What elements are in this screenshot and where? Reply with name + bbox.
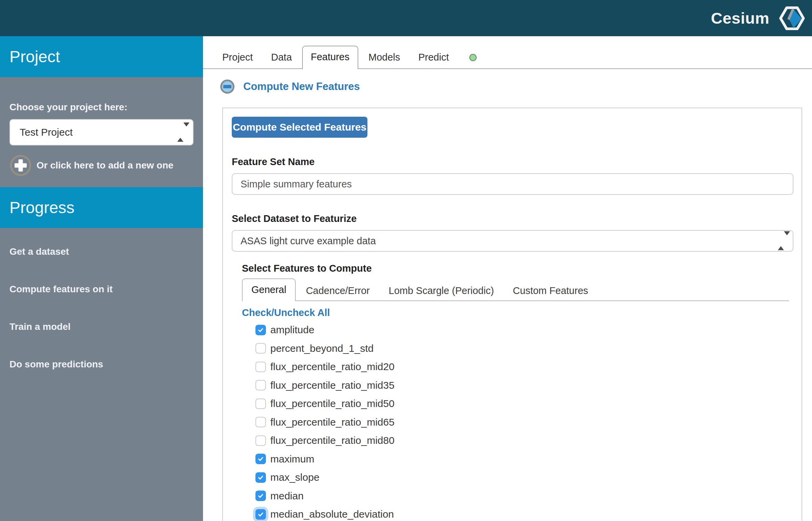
progress-step-list: Get a datasetCompute features on itTrain… xyxy=(9,245,196,395)
feature-checkbox[interactable] xyxy=(255,435,266,446)
main-tab-label: Predict xyxy=(418,52,449,63)
feature-checkbox[interactable] xyxy=(255,472,266,483)
feature-checkbox-label[interactable]: flux_percentile_ratio_mid80 xyxy=(270,435,394,446)
check-uncheck-all-link[interactable]: Check/Uncheck All xyxy=(242,307,330,319)
feature-checkbox-label[interactable]: amplitude xyxy=(270,324,314,336)
main-tab-label: Models xyxy=(368,52,400,63)
feature-checkbox[interactable] xyxy=(255,491,266,501)
feature-row: flux_percentile_ratio_mid20 xyxy=(242,358,787,376)
main-tab[interactable]: Models xyxy=(360,46,408,68)
sidebar-progress-header: Progress xyxy=(0,187,203,228)
project-select[interactable]: Test Project xyxy=(9,119,194,145)
main-tab-label: Project xyxy=(222,52,253,63)
checkmark-icon xyxy=(257,492,264,499)
feature-set-name-label: Feature Set Name xyxy=(232,156,315,168)
top-header-bar: Cesium xyxy=(0,0,812,36)
feature-category-tab-label: General xyxy=(251,284,286,295)
dataset-select[interactable]: ASAS light curve example data xyxy=(232,230,793,252)
main-tab[interactable]: Project xyxy=(214,46,261,68)
compute-selected-features-button[interactable]: Compute Selected Features xyxy=(232,117,367,138)
feature-checkbox[interactable] xyxy=(255,399,266,409)
feature-checkbox[interactable] xyxy=(255,454,266,464)
feature-checkbox-label[interactable]: maximum xyxy=(270,453,314,465)
plus-icon[interactable] xyxy=(10,155,31,176)
feature-category-tab-label: Lomb Scargle (Periodic) xyxy=(389,285,494,296)
feature-checkbox[interactable] xyxy=(255,417,266,427)
progress-step: Train a model xyxy=(9,320,196,334)
feature-computation-panel: Compute Selected Features Feature Set Na… xyxy=(222,108,802,521)
feature-category-tab[interactable]: General xyxy=(242,278,296,301)
page: Cesium Project Choose your project here:… xyxy=(0,0,812,521)
select-updown-icon xyxy=(778,235,785,247)
sidebar-project-header: Project xyxy=(0,36,203,77)
main-tab[interactable]: Features xyxy=(302,46,358,69)
sidebar: Project Choose your project here: Test P… xyxy=(0,36,203,521)
feature-checkbox[interactable] xyxy=(255,380,266,390)
feature-checkbox-label[interactable]: percent_beyond_1_std xyxy=(270,343,374,354)
feature-row: percent_beyond_1_std xyxy=(242,339,787,358)
feature-category-tab-label: Custom Features xyxy=(513,285,588,296)
select-features-label: Select Features to Compute xyxy=(242,262,372,274)
main-tab-label: Features xyxy=(311,51,349,62)
feature-category-tab[interactable]: Custom Features xyxy=(504,281,597,300)
feature-checkbox-label[interactable]: max_slope xyxy=(270,472,319,483)
checkmark-icon xyxy=(257,474,264,481)
feature-checkbox[interactable] xyxy=(255,343,266,354)
progress-step: Get a dataset xyxy=(9,245,196,258)
feature-checkbox-label[interactable]: flux_percentile_ratio_mid20 xyxy=(270,361,394,372)
feature-category-tab[interactable]: Lomb Scargle (Periodic) xyxy=(380,281,503,300)
compute-new-features-toggle[interactable]: Compute New Features xyxy=(220,80,360,94)
feature-set-name-input[interactable] xyxy=(232,173,793,195)
collapse-minus-icon[interactable] xyxy=(220,80,234,94)
feature-checkbox[interactable] xyxy=(255,362,266,372)
add-project-label[interactable]: Or click here to add a new one xyxy=(37,160,174,171)
feature-row: flux_percentile_ratio_mid50 xyxy=(242,394,787,413)
feature-row: flux_percentile_ratio_mid65 xyxy=(242,413,787,432)
checkmark-icon xyxy=(257,511,264,518)
checkmark-icon xyxy=(257,455,264,462)
feature-checkbox-list: amplitude percent_beyond_1_std flux_perc… xyxy=(242,321,787,521)
compute-new-features-label[interactable]: Compute New Features xyxy=(243,81,360,93)
feature-row: max_slope xyxy=(242,468,787,487)
progress-step: Do some predictions xyxy=(9,358,196,371)
main-tab[interactable]: Predict xyxy=(410,46,457,68)
choose-project-label: Choose your project here: xyxy=(9,100,128,115)
main-tab-bar: Project Data Features Models Predict xyxy=(203,36,812,69)
feature-checkbox[interactable] xyxy=(255,509,266,520)
project-select-value: Test Project xyxy=(20,127,73,138)
feature-category-tab[interactable]: Cadence/Error xyxy=(297,281,379,300)
main-tab[interactable]: Data xyxy=(263,46,300,68)
feature-row: amplitude xyxy=(242,321,787,339)
dataset-select-label: Select Dataset to Featurize xyxy=(232,212,357,225)
progress-step: Compute features on it xyxy=(9,282,196,296)
feature-checkbox-label[interactable]: flux_percentile_ratio_mid35 xyxy=(270,380,394,391)
feature-row: flux_percentile_ratio_mid35 xyxy=(242,376,787,395)
feature-row: maximum xyxy=(242,450,787,469)
feature-category-tabs: General Cadence/Error Lomb Scargle (Peri… xyxy=(242,278,789,301)
feature-checkbox-label[interactable]: median xyxy=(270,490,303,502)
add-project-button[interactable]: Or click here to add a new one xyxy=(10,155,174,176)
dataset-select-value: ASAS light curve example data xyxy=(241,235,376,247)
feature-row: flux_percentile_ratio_mid80 xyxy=(242,431,787,450)
main-content: Project Data Features Models Predict Com… xyxy=(203,36,812,521)
feature-checkbox-label[interactable]: flux_percentile_ratio_mid50 xyxy=(270,398,394,409)
main-tab-label: Data xyxy=(271,52,292,63)
feature-checkbox-label[interactable]: flux_percentile_ratio_mid65 xyxy=(270,416,394,428)
checkmark-icon xyxy=(257,326,264,334)
brand-name: Cesium xyxy=(711,9,769,27)
connection-status-dot-icon xyxy=(469,54,477,61)
feature-checkbox-label[interactable]: median_absolute_deviation xyxy=(270,508,394,520)
select-updown-icon xyxy=(177,127,184,138)
feature-row: median xyxy=(242,487,787,505)
feature-category-tab-label: Cadence/Error xyxy=(306,285,370,296)
feature-row: median_absolute_deviation xyxy=(242,505,787,521)
feature-checkbox[interactable] xyxy=(255,325,266,335)
cesium-hexagon-logo xyxy=(777,5,807,31)
brand: Cesium xyxy=(711,0,807,36)
